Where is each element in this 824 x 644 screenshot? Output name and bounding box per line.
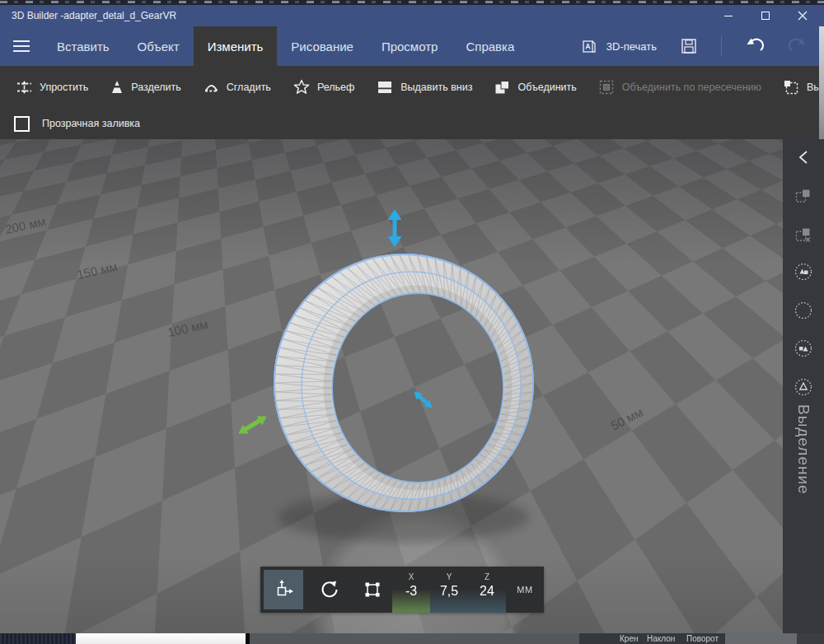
- redo-button[interactable]: [788, 37, 808, 55]
- transparent-fill-checkbox[interactable]: [14, 116, 30, 132]
- titlebar: 3D Builder -adapter_detal_d_GearVR: [0, 5, 824, 26]
- select-group-icon[interactable]: [794, 187, 812, 205]
- select-object-icon[interactable]: [794, 378, 812, 396]
- x-position-value: -3: [405, 584, 417, 599]
- model-scene[interactable]: [0, 139, 824, 633]
- merge-button[interactable]: Объединить: [494, 80, 576, 95]
- scale-tool-button[interactable]: [353, 570, 392, 609]
- hamburger-icon: [13, 40, 30, 42]
- background-window-right-edge: [819, 26, 824, 139]
- maximize-button[interactable]: [747, 5, 784, 26]
- select-all-objects-icon[interactable]: [794, 263, 812, 281]
- y-axis-label: Y: [447, 572, 452, 581]
- printer-3d-icon: [582, 38, 600, 54]
- smooth-label: Сгладить: [227, 82, 271, 93]
- split-button[interactable]: Разделить: [110, 80, 181, 95]
- intersect-button[interactable]: Объединить по пересечению: [599, 80, 761, 95]
- selection-outline-inner: [332, 293, 503, 483]
- viewport-3d[interactable]: 200 мм 150 мм 100 мм 50 мм: [0, 139, 824, 633]
- redo-icon: [788, 37, 808, 55]
- x-position-field[interactable]: X -3: [392, 567, 430, 613]
- intersect-label: Объединить по пересечению: [622, 82, 761, 93]
- maximize-icon: [761, 11, 770, 21]
- close-button[interactable]: [784, 5, 821, 26]
- simplify-button[interactable]: Упростить: [16, 80, 88, 95]
- close-icon: [798, 11, 808, 21]
- background-gray-segment: [250, 633, 579, 644]
- inner-wall-shading: [327, 289, 508, 487]
- y-position-value: 7,5: [440, 584, 458, 599]
- smooth-button[interactable]: Сгладить: [204, 80, 271, 95]
- simplify-icon: [16, 80, 32, 95]
- menu-item-view[interactable]: Просмотр: [368, 26, 452, 66]
- units-label: ММ: [506, 567, 544, 613]
- roll-label: Крен: [620, 633, 638, 644]
- selection-panel-title: Выделение: [794, 404, 812, 495]
- move-tool-icon: [273, 579, 294, 600]
- split-label: Разделить: [131, 82, 181, 93]
- collapse-panel-chevron-icon[interactable]: [797, 149, 810, 166]
- ribbon-options-row: Прозрачная заливка: [0, 108, 824, 139]
- edit-ribbon: Упростить Разделить Сгладить Рельеф: [0, 66, 824, 139]
- move-z-axis-handle[interactable]: [414, 392, 432, 408]
- minimize-button[interactable]: [709, 5, 747, 26]
- move-tool-button[interactable]: [264, 570, 303, 609]
- background-window-bottom: Крен Наклон Поворот: [0, 633, 824, 644]
- emboss-label: Рельеф: [317, 82, 354, 93]
- background-window-text-dashes: [0, 1, 824, 3]
- z-position-value: 24: [480, 584, 494, 599]
- window-title: 3D Builder -adapter_detal_d_GearVR: [12, 5, 176, 26]
- background-right-segment: [797, 633, 824, 644]
- menubar: Вставить Объект Изменить Рисование Просм…: [0, 26, 824, 66]
- ribbon-buttons-row: Упростить Разделить Сгладить Рельеф: [0, 66, 824, 108]
- transform-toolbar: X -3 Y 7,5 Z 24 ММ: [260, 567, 544, 613]
- hamburger-menu-button[interactable]: [0, 26, 43, 66]
- minimize-icon: [723, 11, 733, 21]
- print-3d-label: 3D-печать: [606, 40, 657, 53]
- menu-item-insert[interactable]: Вставить: [43, 26, 124, 66]
- undo-button[interactable]: [745, 37, 765, 55]
- y-position-field[interactable]: Y 7,5: [430, 567, 468, 613]
- deselect-all-icon[interactable]: [794, 301, 812, 320]
- print-3d-button[interactable]: 3D-печать: [582, 38, 657, 54]
- background-white-window-segment: [76, 633, 246, 644]
- merge-icon: [494, 80, 510, 95]
- simplify-label: Упростить: [40, 82, 88, 93]
- menu-item-paint[interactable]: Рисование: [277, 26, 368, 66]
- background-3d-viewer-statusbar: Крен Наклон Поворот: [579, 633, 725, 644]
- invert-selection-icon[interactable]: [794, 339, 812, 357]
- menu-item-edit[interactable]: Изменить: [194, 26, 278, 66]
- emboss-star-icon: [293, 79, 310, 95]
- save-button[interactable]: [680, 37, 698, 55]
- selection-panel: Выделение: [783, 139, 824, 633]
- background-light-segment: [725, 633, 797, 644]
- undo-icon: [745, 37, 765, 55]
- background-taskbar-segment: [0, 633, 76, 644]
- move-up-down-handle[interactable]: [388, 209, 402, 247]
- emboss-button[interactable]: Рельеф: [293, 79, 354, 95]
- window-controls: [709, 5, 821, 26]
- ring-model[interactable]: [274, 254, 534, 512]
- scale-tool-icon: [362, 579, 383, 600]
- intersect-icon: [599, 80, 615, 95]
- transparent-fill-label: Прозрачная заливка: [42, 118, 140, 129]
- extrude-down-label: Выдавить вниз: [400, 82, 472, 93]
- menu-item-help[interactable]: Справка: [452, 26, 528, 66]
- extrude-down-icon: [377, 80, 393, 95]
- smooth-icon: [204, 80, 219, 95]
- z-axis-label: Z: [485, 572, 489, 581]
- menubar-right-cluster: 3D-печать: [559, 26, 824, 66]
- toolbar-divider: [721, 35, 722, 57]
- move-x-axis-handle[interactable]: [239, 417, 266, 433]
- menu-item-object[interactable]: Объект: [124, 26, 194, 66]
- deselect-group-icon[interactable]: [794, 226, 812, 244]
- rotate-tool-button[interactable]: [310, 570, 349, 609]
- subtract-icon: [784, 80, 799, 95]
- split-icon: [110, 80, 124, 95]
- z-position-field[interactable]: Z 24: [468, 567, 506, 613]
- tilt-label: Наклон: [647, 633, 675, 644]
- subtract-button[interactable]: Вычесть: [784, 80, 824, 95]
- merge-label: Объединить: [517, 82, 576, 93]
- extrude-down-button[interactable]: Выдавить вниз: [377, 80, 472, 95]
- rotation-label: Поворот: [686, 633, 719, 644]
